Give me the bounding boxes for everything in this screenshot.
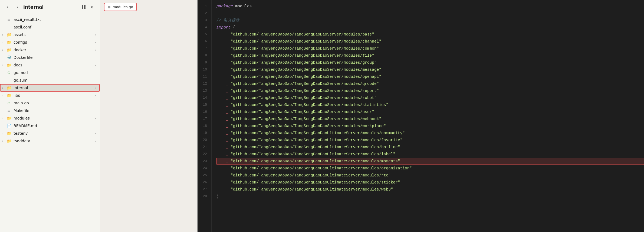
list-item[interactable]: › 📁 assets › (0, 31, 100, 38)
code-content: package modules // 引入模块import ( _ "githu… (212, 0, 644, 232)
list-item-internal[interactable]: › 📁 internal › (0, 84, 100, 92)
chevron-right-icon: › (95, 94, 96, 97)
code-area[interactable]: 1234567891011121314151617181920212223242… (198, 0, 644, 232)
file-go-icon: ⊙ (6, 101, 11, 105)
file-item-label: go.mod (14, 70, 96, 75)
list-item[interactable]: ≡ ascii_result.txt (0, 16, 100, 23)
svg-rect-3 (84, 7, 86, 9)
sidebar: ‹ › internal ≡ ascii_re (0, 0, 100, 232)
line-numbers: 1234567891011121314151617181920212223242… (198, 0, 212, 232)
list-item[interactable]: › 📁 tsdddata › (0, 137, 100, 145)
chevron-right-icon: › (95, 33, 96, 37)
expand-arrow-icon: › (2, 41, 3, 44)
file-item-label: configs (14, 40, 93, 44)
expand-arrow-icon: › (2, 139, 3, 143)
list-item[interactable]: › 📁 libs › (0, 92, 100, 99)
expand-arrow-icon: › (2, 94, 3, 97)
list-item[interactable]: › 📁 docker › (0, 46, 100, 54)
folder-icon: 📁 (6, 63, 11, 67)
file-item-label: ascii_result.txt (14, 17, 96, 22)
chevron-right-icon: › (95, 48, 96, 52)
chevron-right-icon: › (95, 139, 96, 143)
nav-forward-button[interactable]: › (14, 3, 21, 11)
list-item[interactable]: 🐳 Dockerfile (0, 54, 100, 61)
file-item-label: tsdddata (14, 139, 93, 143)
file-txt-icon: ≡ (6, 17, 11, 22)
file-list: ≡ ascii_result.txt · ascii.conf › 📁 asse… (0, 14, 100, 232)
file-icon: ≡ (6, 108, 11, 113)
sort-button[interactable] (88, 3, 96, 11)
expand-arrow-icon: › (2, 117, 3, 120)
grid-view-button[interactable] (80, 3, 87, 11)
folder-icon: 📁 (6, 116, 11, 120)
file-item-label: docs (14, 63, 93, 67)
file-icon: · (6, 78, 11, 82)
svg-rect-2 (82, 7, 83, 9)
expand-arrow-icon: › (2, 48, 3, 52)
chevron-right-icon: › (95, 86, 96, 90)
chevron-right-icon: › (95, 41, 96, 44)
file-item-label: internal (14, 86, 93, 90)
list-item[interactable]: · go.sum (0, 76, 100, 84)
chevron-right-icon: › (95, 132, 96, 135)
nav-back-button[interactable]: ‹ (4, 3, 11, 11)
file-item-label: main.go (14, 101, 96, 105)
sidebar-title: internal (23, 4, 78, 10)
file-item-label: Dockerfile (14, 55, 96, 60)
file-item-label: docker (14, 48, 93, 52)
file-md-icon: 📄 (6, 124, 11, 128)
list-item[interactable]: · ascii.conf (0, 23, 100, 31)
list-item[interactable]: › 📁 configs › (0, 38, 100, 46)
list-item[interactable]: ⊙ main.go (0, 99, 100, 107)
sidebar-header: ‹ › internal (0, 0, 100, 14)
folder-icon: 📁 (6, 33, 11, 37)
chevron-right-icon: › (95, 117, 96, 120)
file-item-label: testenv (14, 131, 93, 136)
file-item-label: README.md (14, 124, 96, 128)
sidebar-actions (80, 3, 96, 11)
folder-icon: 📁 (6, 131, 11, 136)
open-files-header: modules.go (100, 0, 197, 14)
file-item-label: assets (14, 33, 93, 37)
open-files-panel: modules.go (100, 0, 198, 232)
file-icon: 🐳 (6, 55, 11, 60)
folder-icon: 📁 (6, 93, 11, 98)
file-conf-icon: · (6, 25, 11, 29)
file-go-icon: ⊙ (6, 70, 11, 75)
expand-arrow-icon: › (2, 33, 3, 37)
folder-icon: 📁 (6, 40, 11, 44)
file-item-label: Makefile (14, 108, 96, 113)
open-file-tab[interactable]: modules.go (104, 3, 137, 11)
editor-panel: 1234567891011121314151617181920212223242… (198, 0, 644, 232)
file-dot (108, 6, 110, 8)
file-item-label: libs (14, 93, 93, 98)
file-item-label: go.sum (14, 78, 96, 82)
expand-arrow-icon: › (2, 86, 3, 90)
expand-arrow-icon: › (2, 132, 3, 135)
list-item[interactable]: › 📁 modules › (0, 114, 100, 122)
folder-icon: 📁 (6, 86, 11, 90)
svg-rect-0 (82, 5, 83, 7)
folder-icon: 📁 (6, 139, 11, 143)
svg-rect-1 (84, 5, 86, 7)
file-item-label: ascii.conf (14, 25, 96, 29)
list-item[interactable]: › 📁 testenv › (0, 130, 100, 137)
open-file-tab-label: modules.go (113, 5, 133, 9)
list-item[interactable]: › 📁 docs › (0, 61, 100, 69)
list-item[interactable]: ⊙ go.mod (0, 69, 100, 76)
expand-arrow-icon: › (2, 63, 3, 67)
list-item[interactable]: 📄 README.md (0, 122, 100, 130)
chevron-right-icon: › (95, 63, 96, 67)
list-item[interactable]: ≡ Makefile (0, 107, 100, 114)
file-item-label: modules (14, 116, 93, 120)
folder-icon: 📁 (6, 48, 11, 52)
